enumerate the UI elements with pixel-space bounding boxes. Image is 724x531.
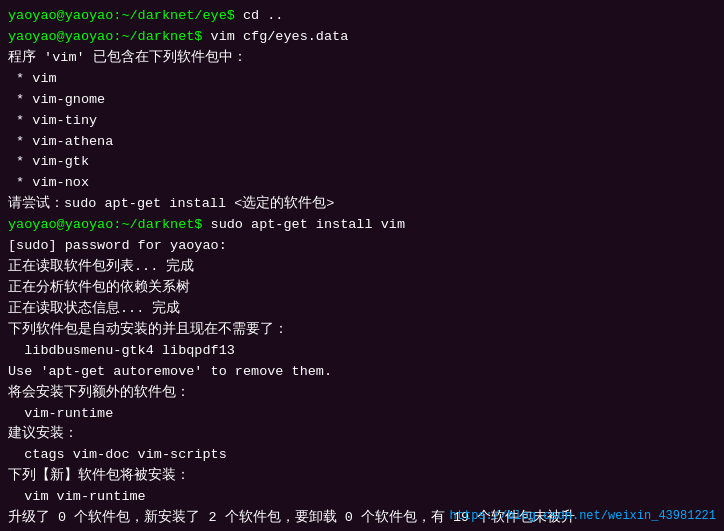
terminal-line: 建议安装：	[8, 424, 716, 445]
terminal-line: * vim-tiny	[8, 111, 716, 132]
terminal-line: * vim-gtk	[8, 152, 716, 173]
terminal-line: 正在读取状态信息... 完成	[8, 299, 716, 320]
terminal-line: * vim-athena	[8, 132, 716, 153]
terminal-line: * vim-gnome	[8, 90, 716, 111]
terminal-line: 程序 'vim' 已包含在下列软件包中：	[8, 48, 716, 69]
terminal-line: 正在分析软件包的依赖关系树	[8, 278, 716, 299]
terminal-line: 将会安装下列额外的软件包：	[8, 383, 716, 404]
terminal-line: yaoyao@yaoyao:~/darknet/eye$ cd ..	[8, 6, 716, 27]
terminal-line: Use 'apt-get autoremove' to remove them.	[8, 362, 716, 383]
terminal-line: 下列【新】软件包将被安装：	[8, 466, 716, 487]
terminal-line: [sudo] password for yaoyao:	[8, 236, 716, 257]
terminal-window: yaoyao@yaoyao:~/darknet/eye$ cd ..yaoyao…	[0, 0, 724, 531]
terminal-line: 正在读取软件包列表... 完成	[8, 257, 716, 278]
terminal-line: * vim	[8, 69, 716, 90]
terminal-line: * vim-nox	[8, 173, 716, 194]
watermark: https://blog.csdn.net/weixin_43981221	[450, 509, 716, 523]
terminal-line: ctags vim-doc vim-scripts	[8, 445, 716, 466]
terminal-line: vim vim-runtime	[8, 487, 716, 508]
terminal-line: yaoyao@yaoyao:~/darknet$ vim cfg/eyes.da…	[8, 27, 716, 48]
terminal-line: 请尝试：sudo apt-get install <选定的软件包>	[8, 194, 716, 215]
terminal-line: 下列软件包是自动安装的并且现在不需要了：	[8, 320, 716, 341]
terminal-line: yaoyao@yaoyao:~/darknet$ sudo apt-get in…	[8, 215, 716, 236]
terminal-line: vim-runtime	[8, 404, 716, 425]
terminal-line: libdbusmenu-gtk4 libqpdf13	[8, 341, 716, 362]
terminal-content: yaoyao@yaoyao:~/darknet/eye$ cd ..yaoyao…	[8, 6, 716, 531]
